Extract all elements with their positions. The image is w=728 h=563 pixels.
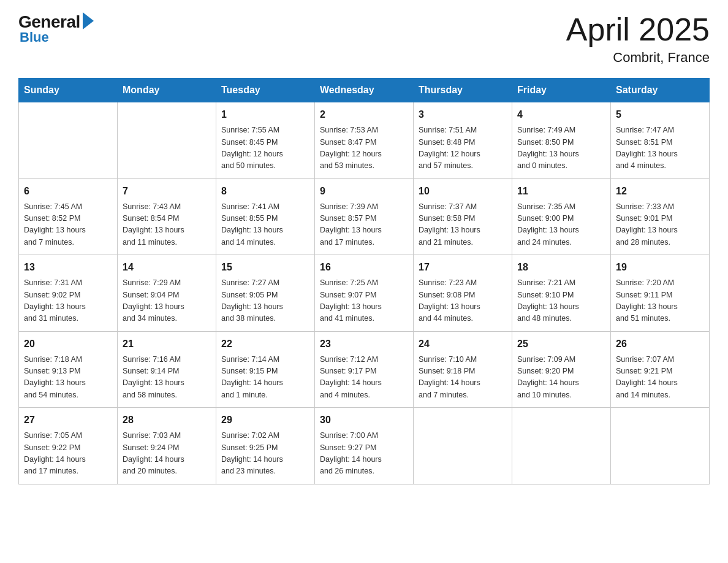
calendar-cell: 15Sunrise: 7:27 AM Sunset: 9:05 PM Dayli… — [216, 255, 315, 332]
day-number: 7 — [123, 184, 211, 199]
day-info: Sunrise: 7:35 AM Sunset: 9:00 PM Dayligh… — [517, 201, 605, 249]
calendar-cell: 14Sunrise: 7:29 AM Sunset: 9:04 PM Dayli… — [118, 255, 216, 332]
calendar-cell — [611, 408, 710, 484]
day-number: 14 — [123, 260, 211, 275]
calendar-cell: 28Sunrise: 7:03 AM Sunset: 9:24 PM Dayli… — [118, 408, 216, 484]
calendar-cell: 6Sunrise: 7:45 AM Sunset: 8:52 PM Daylig… — [19, 178, 118, 255]
calendar-cell: 10Sunrise: 7:37 AM Sunset: 8:58 PM Dayli… — [414, 178, 512, 255]
calendar-cell: 18Sunrise: 7:21 AM Sunset: 9:10 PM Dayli… — [512, 255, 611, 332]
day-header-monday: Monday — [118, 79, 216, 102]
day-info: Sunrise: 7:29 AM Sunset: 9:04 PM Dayligh… — [123, 277, 211, 325]
day-info: Sunrise: 7:27 AM Sunset: 9:05 PM Dayligh… — [221, 277, 309, 325]
day-number: 15 — [221, 260, 309, 275]
logo-arrow-icon — [83, 12, 94, 29]
day-info: Sunrise: 7:05 AM Sunset: 9:22 PM Dayligh… — [24, 430, 112, 478]
calendar-cell: 27Sunrise: 7:05 AM Sunset: 9:22 PM Dayli… — [19, 408, 118, 484]
day-info: Sunrise: 7:41 AM Sunset: 8:55 PM Dayligh… — [221, 201, 309, 249]
day-info: Sunrise: 7:21 AM Sunset: 9:10 PM Dayligh… — [517, 277, 605, 325]
day-info: Sunrise: 7:09 AM Sunset: 9:20 PM Dayligh… — [517, 354, 605, 402]
day-number: 23 — [320, 337, 408, 351]
calendar-week-1: 1Sunrise: 7:55 AM Sunset: 8:45 PM Daylig… — [19, 102, 710, 179]
day-number: 28 — [123, 413, 211, 427]
day-info: Sunrise: 7:33 AM Sunset: 9:01 PM Dayligh… — [616, 201, 704, 249]
day-number: 24 — [419, 337, 507, 351]
day-info: Sunrise: 7:47 AM Sunset: 8:51 PM Dayligh… — [616, 124, 704, 172]
calendar-week-3: 13Sunrise: 7:31 AM Sunset: 9:02 PM Dayli… — [19, 255, 710, 332]
day-header-friday: Friday — [512, 79, 611, 102]
day-info: Sunrise: 7:23 AM Sunset: 9:08 PM Dayligh… — [419, 277, 507, 325]
calendar-cell: 12Sunrise: 7:33 AM Sunset: 9:01 PM Dayli… — [611, 178, 710, 255]
calendar-cell: 22Sunrise: 7:14 AM Sunset: 9:15 PM Dayli… — [216, 331, 315, 408]
page-header: General Blue April 2025 Combrit, France — [18, 12, 710, 66]
logo-blue-text: Blue — [18, 29, 49, 45]
day-number: 8 — [221, 184, 309, 199]
day-info: Sunrise: 7:49 AM Sunset: 8:50 PM Dayligh… — [517, 124, 605, 172]
day-info: Sunrise: 7:43 AM Sunset: 8:54 PM Dayligh… — [123, 201, 211, 249]
day-info: Sunrise: 7:07 AM Sunset: 9:21 PM Dayligh… — [616, 354, 704, 402]
calendar-cell: 7Sunrise: 7:43 AM Sunset: 8:54 PM Daylig… — [118, 178, 216, 255]
day-number: 5 — [616, 107, 704, 122]
calendar-cell: 9Sunrise: 7:39 AM Sunset: 8:57 PM Daylig… — [315, 178, 414, 255]
day-info: Sunrise: 7:55 AM Sunset: 8:45 PM Dayligh… — [221, 124, 309, 172]
calendar-cell: 29Sunrise: 7:02 AM Sunset: 9:25 PM Dayli… — [216, 408, 315, 484]
calendar-week-2: 6Sunrise: 7:45 AM Sunset: 8:52 PM Daylig… — [19, 178, 710, 255]
calendar-cell: 2Sunrise: 7:53 AM Sunset: 8:47 PM Daylig… — [315, 102, 414, 179]
calendar-week-4: 20Sunrise: 7:18 AM Sunset: 9:13 PM Dayli… — [19, 331, 710, 408]
logo: General Blue — [18, 12, 94, 45]
day-info: Sunrise: 7:18 AM Sunset: 9:13 PM Dayligh… — [24, 354, 112, 402]
day-info: Sunrise: 7:37 AM Sunset: 8:58 PM Dayligh… — [419, 201, 507, 249]
calendar-body: 1Sunrise: 7:55 AM Sunset: 8:45 PM Daylig… — [19, 102, 710, 484]
day-info: Sunrise: 7:02 AM Sunset: 9:25 PM Dayligh… — [221, 430, 309, 478]
calendar-cell: 4Sunrise: 7:49 AM Sunset: 8:50 PM Daylig… — [512, 102, 611, 179]
day-info: Sunrise: 7:53 AM Sunset: 8:47 PM Dayligh… — [320, 124, 408, 172]
calendar-cell: 25Sunrise: 7:09 AM Sunset: 9:20 PM Dayli… — [512, 331, 611, 408]
calendar-title: April 2025 — [566, 12, 710, 47]
day-number: 3 — [419, 107, 507, 122]
day-number: 12 — [616, 184, 704, 199]
day-header-wednesday: Wednesday — [315, 79, 414, 102]
day-number: 20 — [24, 337, 112, 351]
day-number: 13 — [24, 260, 112, 275]
day-number: 25 — [517, 337, 605, 351]
day-number: 6 — [24, 184, 112, 199]
calendar-cell: 1Sunrise: 7:55 AM Sunset: 8:45 PM Daylig… — [216, 102, 315, 179]
calendar-cell: 26Sunrise: 7:07 AM Sunset: 9:21 PM Dayli… — [611, 331, 710, 408]
calendar-cell — [118, 102, 216, 179]
day-number: 17 — [419, 260, 507, 275]
calendar-cell: 21Sunrise: 7:16 AM Sunset: 9:14 PM Dayli… — [118, 331, 216, 408]
day-number: 19 — [616, 260, 704, 275]
calendar-cell: 3Sunrise: 7:51 AM Sunset: 8:48 PM Daylig… — [414, 102, 512, 179]
day-info: Sunrise: 7:12 AM Sunset: 9:17 PM Dayligh… — [320, 354, 408, 402]
day-info: Sunrise: 7:45 AM Sunset: 8:52 PM Dayligh… — [24, 201, 112, 249]
day-header-thursday: Thursday — [414, 79, 512, 102]
day-number: 26 — [616, 337, 704, 351]
day-number: 2 — [320, 107, 408, 122]
calendar-cell — [19, 102, 118, 179]
calendar-cell: 5Sunrise: 7:47 AM Sunset: 8:51 PM Daylig… — [611, 102, 710, 179]
day-info: Sunrise: 7:10 AM Sunset: 9:18 PM Dayligh… — [419, 354, 507, 402]
day-number: 27 — [24, 413, 112, 427]
day-number: 22 — [221, 337, 309, 351]
calendar-header: SundayMondayTuesdayWednesdayThursdayFrid… — [19, 79, 710, 102]
calendar-cell: 8Sunrise: 7:41 AM Sunset: 8:55 PM Daylig… — [216, 178, 315, 255]
day-number: 29 — [221, 413, 309, 427]
calendar-cell — [414, 408, 512, 484]
day-header-tuesday: Tuesday — [216, 79, 315, 102]
calendar-location: Combrit, France — [566, 50, 710, 66]
day-number: 10 — [419, 184, 507, 199]
calendar-cell: 16Sunrise: 7:25 AM Sunset: 9:07 PM Dayli… — [315, 255, 414, 332]
day-info: Sunrise: 7:03 AM Sunset: 9:24 PM Dayligh… — [123, 430, 211, 478]
calendar-cell: 19Sunrise: 7:20 AM Sunset: 9:11 PM Dayli… — [611, 255, 710, 332]
day-number: 4 — [517, 107, 605, 122]
day-number: 1 — [221, 107, 309, 122]
day-header-saturday: Saturday — [611, 79, 710, 102]
day-info: Sunrise: 7:14 AM Sunset: 9:15 PM Dayligh… — [221, 354, 309, 402]
calendar-cell: 20Sunrise: 7:18 AM Sunset: 9:13 PM Dayli… — [19, 331, 118, 408]
title-block: April 2025 Combrit, France — [566, 12, 710, 66]
calendar-cell: 11Sunrise: 7:35 AM Sunset: 9:00 PM Dayli… — [512, 178, 611, 255]
calendar-week-5: 27Sunrise: 7:05 AM Sunset: 9:22 PM Dayli… — [19, 408, 710, 484]
day-number: 16 — [320, 260, 408, 275]
calendar-cell: 24Sunrise: 7:10 AM Sunset: 9:18 PM Dayli… — [414, 331, 512, 408]
day-info: Sunrise: 7:20 AM Sunset: 9:11 PM Dayligh… — [616, 277, 704, 325]
calendar-cell: 23Sunrise: 7:12 AM Sunset: 9:17 PM Dayli… — [315, 331, 414, 408]
